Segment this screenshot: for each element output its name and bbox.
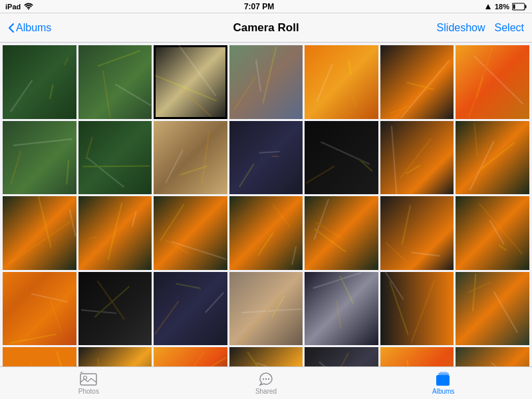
photos-tab-label: Photos (78, 388, 99, 395)
photo-thumb[interactable] (456, 45, 529, 119)
albums-tab-label: Albums (432, 388, 454, 395)
photo-thumb[interactable] (78, 45, 152, 119)
svg-line-19 (401, 61, 450, 118)
photo-thumb[interactable] (305, 45, 378, 119)
tab-photos[interactable]: Photos (0, 372, 178, 395)
photo-grid (3, 45, 529, 366)
back-label: Albums (16, 22, 51, 34)
photo-thumb[interactable] (229, 347, 303, 366)
svg-rect-109 (80, 374, 96, 385)
svg-line-68 (51, 301, 61, 331)
svg-line-9 (97, 51, 140, 66)
svg-line-13 (256, 60, 261, 92)
battery-icon (512, 3, 527, 11)
svg-line-77 (240, 294, 281, 343)
photo-thumb[interactable] (380, 121, 454, 195)
svg-line-67 (31, 294, 68, 302)
photo-thumb[interactable] (229, 121, 303, 195)
photo-thumb[interactable] (78, 121, 152, 195)
svg-line-27 (66, 160, 68, 185)
photo-thumb[interactable] (305, 347, 378, 366)
photo-thumb[interactable] (3, 272, 76, 346)
svg-line-106 (491, 363, 520, 366)
photo-thumb[interactable] (456, 196, 529, 270)
svg-line-59 (316, 223, 343, 239)
photo-thumb[interactable] (380, 347, 454, 366)
shared-icon (257, 372, 275, 386)
svg-line-61 (412, 253, 440, 256)
photo-thumb[interactable] (229, 196, 303, 270)
svg-rect-2 (525, 5, 527, 8)
svg-line-76 (241, 309, 301, 313)
svg-line-60 (315, 229, 346, 251)
svg-line-14 (235, 77, 255, 109)
svg-line-96 (170, 358, 226, 366)
svg-line-63 (402, 205, 410, 245)
svg-line-69 (10, 334, 57, 342)
svg-line-74 (155, 301, 178, 334)
svg-line-36 (239, 164, 253, 187)
svg-rect-116 (440, 372, 448, 373)
photo-thumb[interactable] (154, 45, 227, 119)
photo-thumb[interactable] (380, 272, 454, 346)
photo-thumb[interactable] (305, 272, 378, 346)
battery-percent: 18% (495, 3, 509, 11)
tab-bar: Photos Shared Albums (0, 366, 532, 399)
photo-thumb[interactable] (78, 272, 152, 346)
photo-thumb[interactable] (456, 347, 529, 366)
photo-thumb[interactable] (380, 45, 454, 119)
photo-thumb[interactable] (305, 196, 378, 270)
tab-albums[interactable]: Albums (354, 372, 532, 395)
photo-thumb[interactable] (3, 347, 76, 366)
svg-line-105 (407, 360, 416, 366)
svg-line-42 (406, 166, 420, 174)
svg-rect-115 (438, 373, 449, 375)
photo-thumb[interactable] (456, 272, 529, 346)
svg-line-12 (155, 75, 217, 100)
svg-line-37 (321, 142, 370, 164)
svg-line-24 (477, 76, 483, 98)
svg-line-66 (499, 245, 507, 251)
svg-line-49 (132, 211, 136, 227)
photo-thumb[interactable] (154, 196, 227, 270)
svg-line-90 (57, 351, 70, 366)
photo-thumb[interactable] (380, 196, 454, 270)
photo-thumb[interactable] (229, 45, 303, 119)
svg-line-16 (317, 64, 332, 101)
photo-thumb[interactable] (78, 196, 152, 270)
tab-shared[interactable]: Shared (178, 372, 355, 395)
svg-line-41 (400, 138, 431, 178)
photo-thumb[interactable] (3, 45, 76, 119)
photo-thumb[interactable] (154, 347, 227, 366)
page-title: Camera Roll (233, 21, 299, 35)
svg-line-87 (473, 273, 475, 311)
photo-thumb[interactable] (154, 272, 227, 346)
select-button[interactable]: Select (495, 22, 524, 34)
photo-thumb[interactable] (456, 121, 529, 195)
photo-thumb[interactable] (154, 121, 227, 195)
photo-thumb[interactable] (229, 272, 303, 346)
svg-line-83 (411, 280, 434, 343)
svg-line-34 (259, 152, 279, 153)
photo-thumb[interactable] (3, 196, 76, 270)
svg-line-73 (205, 293, 224, 313)
svg-line-25 (13, 139, 72, 145)
svg-line-50 (89, 237, 96, 239)
svg-line-39 (359, 159, 372, 171)
photo-thumb[interactable] (305, 121, 378, 195)
photos-icon (80, 372, 97, 386)
svg-line-15 (263, 47, 276, 103)
device-label: iPad (5, 3, 21, 11)
photo-grid-container[interactable] (0, 43, 532, 366)
svg-line-8 (102, 70, 110, 118)
slideshow-button[interactable]: Slideshow (437, 22, 485, 34)
svg-line-18 (349, 60, 351, 75)
svg-line-100 (319, 362, 338, 366)
back-button[interactable]: Albums (8, 22, 51, 34)
photo-thumb[interactable] (3, 121, 76, 195)
svg-line-57 (258, 233, 273, 255)
svg-rect-114 (436, 375, 450, 386)
svg-line-44 (475, 122, 478, 156)
svg-point-111 (263, 378, 264, 379)
photo-thumb[interactable] (78, 347, 152, 366)
